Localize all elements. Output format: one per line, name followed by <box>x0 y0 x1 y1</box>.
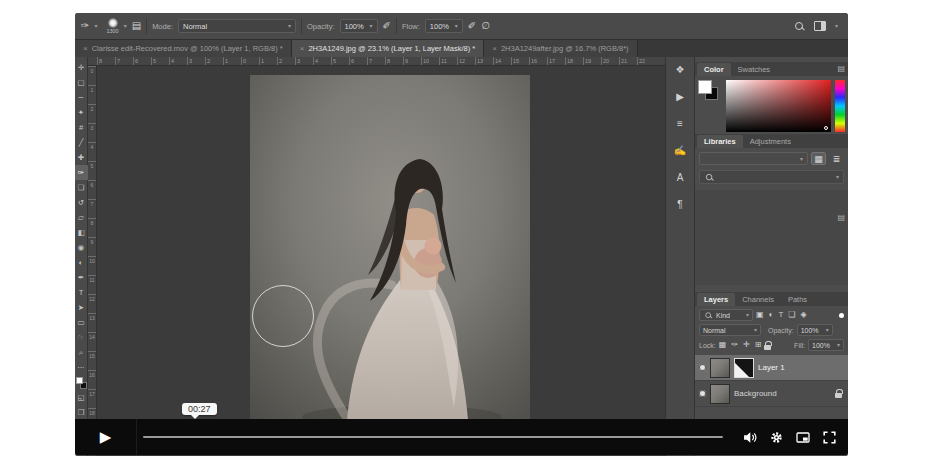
layer-fill-select[interactable]: 100% ▾ <box>808 339 844 351</box>
blur-tool[interactable]: ◉ <box>75 240 88 255</box>
paragraph-panel[interactable]: ¶ <box>677 200 682 210</box>
chevron-down-icon[interactable]: ▾ <box>835 23 838 29</box>
canvas-area[interactable] <box>97 66 665 456</box>
picture-in-picture-icon[interactable] <box>796 431 810 444</box>
character-panel[interactable]: A <box>677 173 684 183</box>
dodge-tool[interactable]: ◐ <box>75 255 88 270</box>
list-view-icon[interactable]: ≣ <box>829 152 844 165</box>
quick-mask-mode[interactable]: ◱ <box>75 390 88 405</box>
eraser-tool[interactable]: ▱ <box>75 210 88 225</box>
panel-menu-icon[interactable]: ▤ <box>837 64 845 73</box>
volume-icon[interactable] <box>743 431 757 444</box>
flow-select[interactable]: 100%▾ <box>425 19 463 33</box>
visibility-eye-icon[interactable] <box>699 390 706 397</box>
airbrush-icon[interactable]: ✐ <box>468 21 476 31</box>
layer-row[interactable]: Background <box>695 381 848 407</box>
filter-pixel-layers-icon[interactable]: ▣ <box>756 311 764 319</box>
zoom-tool[interactable]: ⌕ <box>75 345 88 360</box>
panel-menu-icon[interactable]: ▤ <box>837 213 845 222</box>
library-select[interactable]: ▾ <box>699 152 808 165</box>
layer-name[interactable]: Background <box>734 389 777 398</box>
library-search-input[interactable]: ▾ <box>699 170 844 184</box>
layer-mask-thumbnail[interactable] <box>734 358 754 378</box>
panel-tab[interactable]: Paths <box>781 293 814 306</box>
layer-thumbnail[interactable] <box>710 358 730 378</box>
pen-tool[interactable]: ✒ <box>75 270 88 285</box>
opacity-select[interactable]: 100%▾ <box>340 19 378 33</box>
layer-name[interactable]: Layer 1 <box>758 363 785 372</box>
lock-artboard-icon[interactable]: ⊞ <box>755 341 762 349</box>
visibility-eye-icon[interactable] <box>699 364 706 371</box>
panel-tab[interactable]: Channels <box>735 293 781 306</box>
layer-row[interactable]: Layer 1 <box>695 355 848 381</box>
healing-brush-tool[interactable]: ✚ <box>75 150 88 165</box>
quick-selection-tool[interactable]: ✦ <box>75 105 88 120</box>
filter-adjustment-layers-icon[interactable]: ◐ <box>769 311 774 319</box>
close-icon[interactable]: × <box>300 44 305 53</box>
brush-settings-panel[interactable]: ❖ <box>676 65 685 75</box>
chevron-down-icon[interactable]: ▾ <box>124 23 127 29</box>
properties-panel[interactable]: ≡ <box>677 119 683 129</box>
chevron-down-icon[interactable]: ▾ <box>94 23 97 29</box>
notes-panel[interactable]: ✍ <box>674 146 686 156</box>
move-tool[interactable]: ✛ <box>75 60 88 75</box>
search-icon[interactable] <box>794 21 805 32</box>
eyedropper-tool[interactable]: ╱ <box>75 135 88 150</box>
lasso-tool[interactable]: ∽ <box>75 90 88 105</box>
close-icon[interactable]: × <box>492 44 497 53</box>
document-tab[interactable]: × 2H3A1249after.jpg @ 16.7% (RGB/8*) <box>484 40 637 57</box>
workspace-switcher-icon[interactable] <box>814 21 826 31</box>
panel-tab[interactable]: Adjustments <box>743 135 798 148</box>
progress-track[interactable] <box>143 436 723 438</box>
lock-transparent-pixels-icon[interactable]: ▦ <box>719 341 727 349</box>
lock-image-pixels-icon[interactable]: ✑ <box>731 341 738 349</box>
screen-mode[interactable]: ❐ <box>75 405 88 420</box>
panel-tab[interactable]: Layers <box>697 293 735 306</box>
lock-position-icon[interactable]: ✛ <box>743 341 750 349</box>
brush-tool[interactable]: ✑ <box>75 165 88 180</box>
color-panel: ColorSwatches ▤ <box>695 62 848 134</box>
document-tab[interactable]: × 2H3A1249.jpg @ 23.1% (Layer 1, Layer M… <box>292 40 485 57</box>
edit-toolbar[interactable]: ⋯ <box>75 360 88 375</box>
blend-mode-select[interactable]: Normal▾ <box>178 19 296 33</box>
crop-tool[interactable]: # <box>75 120 88 135</box>
grid-view-icon[interactable]: ▦ <box>811 152 826 165</box>
shape-tool[interactable]: ▭ <box>75 315 88 330</box>
panel-tab[interactable]: Swatches <box>731 63 778 76</box>
play-button[interactable]: ▶ <box>75 419 137 455</box>
panel-tab[interactable]: Libraries <box>697 135 743 148</box>
brush-tool-preset-icon[interactable]: ✑ <box>81 21 89 31</box>
settings-gear-icon[interactable] <box>770 431 783 444</box>
hand-tool[interactable]: ☞ <box>75 330 88 345</box>
fullscreen-icon[interactable] <box>823 431 836 444</box>
history-brush-tool[interactable]: ↺ <box>75 195 88 210</box>
type-tool[interactable]: T <box>75 285 88 300</box>
hue-slider[interactable] <box>835 80 845 132</box>
path-selection-tool[interactable]: ➤ <box>75 300 88 315</box>
layer-blend-mode-select[interactable]: Normal ▾ <box>699 324 761 336</box>
layer-thumbnail[interactable] <box>710 384 730 404</box>
foreground-background-swatches[interactable] <box>698 80 722 104</box>
layer-opacity-select[interactable]: 100% ▾ <box>797 324 833 336</box>
close-icon[interactable]: × <box>83 44 88 53</box>
document-tab[interactable]: × Clarisse edit-Recovered.mov @ 100% (La… <box>75 40 292 57</box>
lock-all-icon[interactable] <box>764 345 771 350</box>
actions-panel[interactable]: ▶ <box>676 92 684 102</box>
pressure-opacity-icon[interactable]: ✐ <box>383 21 391 31</box>
filter-shape-layers-icon[interactable]: ❏ <box>788 311 795 319</box>
filter-smart-objects-icon[interactable]: ◈ <box>800 311 806 319</box>
panel-tab[interactable]: Color <box>697 63 731 76</box>
filter-toggle-icon[interactable] <box>839 313 844 318</box>
toggle-brush-settings-icon[interactable]: ▤ <box>132 21 141 31</box>
marquee-tool[interactable]: ▢ <box>75 75 88 90</box>
clone-stamp-tool[interactable]: ❏ <box>75 180 88 195</box>
brush-size-preview[interactable]: 1300 <box>106 18 118 35</box>
gradient-tool[interactable]: ◧ <box>75 225 88 240</box>
filter-type-layers-icon[interactable]: T <box>778 311 783 319</box>
filter-kind-select[interactable]: Kind ▾ <box>699 309 753 321</box>
smoothing-icon[interactable]: ∅ <box>481 21 490 31</box>
photo-document[interactable] <box>250 75 530 425</box>
foreground-background-colors[interactable] <box>75 375 88 390</box>
timeline-scrubber[interactable]: 00:27 <box>137 419 737 455</box>
saturation-brightness-field[interactable] <box>726 80 831 132</box>
